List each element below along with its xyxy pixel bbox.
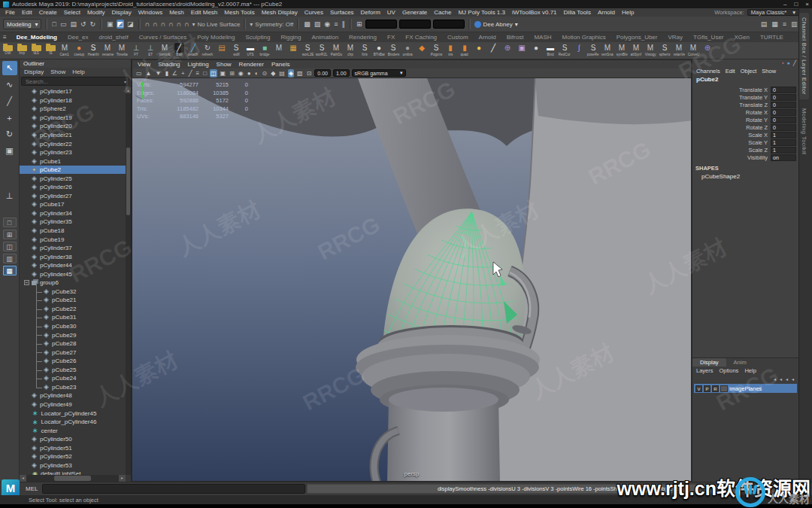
maximize-button[interactable]: □ — [794, 1, 798, 8]
exposure-field[interactable]: 0.00 — [314, 69, 331, 77]
viewport-toolbar-icon[interactable]: ▭ — [135, 69, 143, 78]
channelbox-menu-channels[interactable]: Channels — [696, 68, 720, 75]
menu-select[interactable]: Select — [64, 9, 80, 16]
channelbox-menu-edit[interactable]: Edit — [726, 68, 735, 75]
layout-preset-1-button[interactable]: □ — [3, 217, 17, 227]
joint-tool[interactable]: ⊥ — [2, 189, 17, 203]
input-field-y[interactable] — [399, 20, 431, 29]
colorspace-dropdown[interactable]: sRGB gamma▾ — [352, 69, 406, 77]
shelf-button-redcur[interactable]: SRedCur — [559, 43, 571, 56]
menu-dilla-tools[interactable]: Dilla Tools — [564, 9, 591, 16]
menu-generate[interactable]: Generate — [402, 9, 427, 16]
shelf-button-absynf[interactable]: MabSynf — [630, 43, 642, 56]
menu-mesh-display[interactable]: Mesh Display — [262, 9, 298, 16]
viewport-toolbar-icon[interactable]: ╱ — [188, 69, 193, 78]
panel-menu-show[interactable]: Show — [217, 61, 232, 68]
shelf-tab-dee-modeling[interactable]: Dee_Modeling — [11, 34, 62, 41]
layer-menu-help[interactable]: Help — [744, 367, 756, 374]
shelf-tab-polygons-uber[interactable]: Polygons_Uber — [611, 34, 663, 41]
layout-preset-2-button[interactable]: ⊞ — [3, 230, 17, 239]
shelf-tab-dee-ex[interactable]: Dee_ex — [62, 34, 94, 41]
outliner-row[interactable]: pCylinder22 — [20, 139, 126, 148]
shelf-button-pogons[interactable]: SPogons — [430, 43, 442, 56]
shelf-button-symble[interactable]: MsymBle — [616, 43, 628, 56]
outliner-row[interactable]: pCube2 — [20, 166, 126, 175]
shelf-button-uts[interactable]: ▬UTS — [244, 43, 256, 56]
shelf-button-umbra[interactable]: ●umbra — [401, 43, 414, 56]
shelf-button-cam1[interactable]: MCam1 — [59, 43, 71, 56]
viewport-toolbar-icon[interactable]: □ — [202, 69, 208, 78]
shelf-tab-fx[interactable]: FX — [382, 34, 400, 41]
outliner-row[interactable]: pCylinder49 — [20, 400, 126, 409]
viewport-toolbar-icon[interactable]: ◆ — [270, 69, 276, 78]
shelf-button-icon-20[interactable]: ▦ — [287, 43, 299, 53]
shelf-button-binders[interactable]: SBinders — [387, 43, 399, 56]
outliner-row[interactable]: pCube23 — [20, 383, 126, 392]
shelf-button-chp[interactable]: Mchp — [344, 43, 356, 56]
outliner-row[interactable]: pCylinder25 — [20, 174, 126, 183]
outliner-row[interactable]: pCylinder18 — [20, 96, 126, 105]
snaps-icon[interactable]: ∩ — [168, 20, 174, 29]
mel-label[interactable]: MEL — [26, 485, 38, 492]
viewport-toolbar-icon[interactable]: ▲ — [145, 69, 153, 78]
channel-value-field[interactable]: 0 — [771, 87, 796, 93]
layer-playback-toggle[interactable]: P — [704, 385, 710, 392]
shelf-button-worr2l[interactable]: SworR2L — [316, 43, 328, 56]
shelf-button-is[interactable]: IS — [44, 43, 56, 55]
menu-file[interactable]: File — [5, 9, 15, 16]
menu-cache[interactable]: Cache — [434, 9, 451, 16]
render-icon[interactable]: ▩ — [303, 20, 311, 29]
outliner-row[interactable]: pCylinder51 — [20, 443, 126, 452]
viewport-toolbar-icon[interactable]: ◐ — [254, 69, 259, 78]
shelf-button-imp[interactable]: Imp — [16, 43, 28, 55]
shelf-button-et[interactable]: ⊥ET — [144, 43, 156, 56]
outliner-row[interactable]: pCylinder53 — [20, 461, 126, 470]
menu-iwtoolbox-v0-71[interactable]: iWToolBox v0.71 — [512, 9, 557, 16]
outliner-row[interactable]: pCylinder27 — [20, 192, 126, 201]
viewport-toolbar-icon[interactable]: ▼ — [154, 69, 162, 78]
outliner-row[interactable]: pCube17 — [20, 200, 126, 209]
shelf-tab-poly-modeling[interactable]: Poly Modeling — [192, 34, 240, 41]
shelf-button-pathdu[interactable]: MPathDu — [330, 43, 342, 56]
snaps-icon[interactable]: ∩ — [152, 20, 158, 29]
workspace-dropdown[interactable]: Maya Classic*▾ — [747, 9, 799, 16]
shelf-menu-icon[interactable]: ≡ — [3, 34, 7, 41]
shelf-tab-mash[interactable]: MASH — [529, 34, 556, 41]
render-icon[interactable]: ≡ — [333, 20, 338, 29]
shelf-tab-curves-surfaces[interactable]: Curves / Surfaces — [134, 34, 192, 41]
files-icon[interactable]: □ — [51, 20, 56, 29]
outliner-row[interactable]: pSphere2 — [20, 105, 126, 114]
shelf-tab-custom[interactable]: Custom — [442, 34, 474, 41]
menu-mesh-tools[interactable]: Mesh Tools — [224, 9, 254, 16]
right-icon[interactable]: ▤ — [760, 20, 768, 29]
menu-uv[interactable]: UV — [387, 9, 395, 16]
shelf-tab-rendering[interactable]: Rendering — [344, 34, 382, 41]
channelbox-menu-object[interactable]: Object — [741, 68, 757, 75]
viewport-toolbar-icon[interactable]: + — [180, 69, 186, 78]
masks-icon[interactable]: ◪ — [126, 20, 135, 29]
shelf-button-i-s[interactable]: I&S — [30, 43, 42, 55]
shelf-button-bind[interactable]: ▬Bind — [544, 43, 556, 56]
live-surface-dropdown[interactable]: ▾ No Live Surface — [192, 21, 240, 28]
scroll-right-icon[interactable]: ▸ — [119, 475, 126, 482]
layer-toolbar-icon[interactable]: ◂ — [780, 376, 782, 382]
shelf-tab-arnold[interactable]: Arnold — [474, 34, 501, 41]
outliner-row[interactable]: pCube19 — [20, 235, 126, 244]
outliner-row[interactable]: pCylinder35 — [20, 217, 126, 227]
outliner-row[interactable]: ∗center — [20, 426, 126, 435]
shelf-button-icon-34[interactable]: ╱ — [487, 43, 499, 53]
channelbox-menu-show[interactable]: Show — [762, 68, 776, 75]
shelf-button-refresh[interactable]: ↻refresh — [201, 43, 214, 56]
masks-icon[interactable]: ▣ — [106, 20, 114, 29]
render-icon[interactable]: ∥ — [341, 20, 346, 29]
channel-value-field[interactable]: 0 — [771, 124, 796, 131]
rotate-tool[interactable]: ↻ — [2, 127, 17, 141]
close-button[interactable]: × — [805, 1, 809, 8]
channel-value-field[interactable]: 1 — [771, 132, 796, 138]
layout-preset-3-button[interactable]: ◫ — [3, 242, 17, 251]
outliner-horizontal-scrollbar[interactable]: ◂ ▸ — [20, 475, 126, 482]
viewport-toolbar-icon[interactable]: ▣ — [220, 69, 227, 78]
shelf-button-icon-33[interactable]: ● — [473, 43, 485, 53]
shelf-button-timeiia[interactable]: MTimeIia — [116, 43, 128, 56]
viewport-toolbar-icon[interactable]: ● — [247, 69, 252, 78]
